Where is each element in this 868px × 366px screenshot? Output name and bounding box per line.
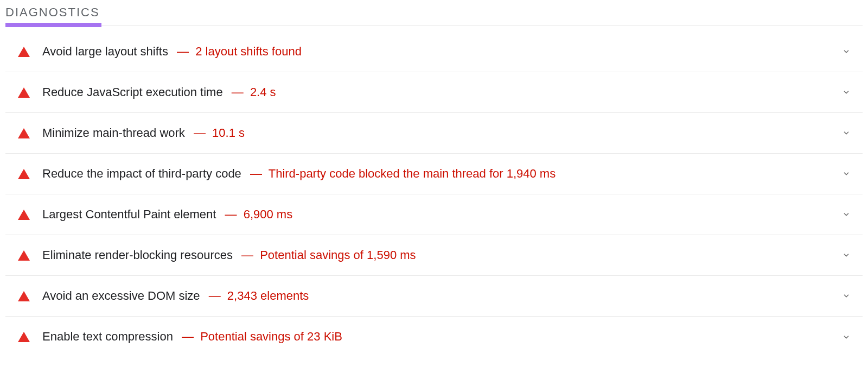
diagnostic-value: 2 layout shifts found (195, 45, 302, 58)
diagnostic-text: Avoid large layout shifts — 2 layout shi… (42, 44, 830, 60)
dash-separator: — (182, 330, 194, 343)
diagnostic-row[interactable]: Enable text compression — Potential savi… (5, 317, 863, 357)
diagnostic-row[interactable]: Avoid an excessive DOM size — 2,343 elem… (5, 276, 863, 317)
expand-toggle[interactable] (830, 292, 863, 300)
diagnostic-title: Avoid an excessive DOM size (42, 289, 200, 302)
diagnostic-value: 2.4 s (250, 85, 276, 99)
diagnostic-value: 2,343 elements (227, 289, 309, 302)
dash-separator: — (241, 248, 253, 262)
warning-triangle-icon (5, 332, 42, 342)
warning-triangle-icon (5, 47, 42, 57)
diagnostic-row[interactable]: Minimize main-thread work — 10.1 s (5, 113, 863, 154)
diagnostic-row[interactable]: Eliminate render-blocking resources — Po… (5, 235, 863, 276)
warning-triangle-icon (5, 128, 42, 138)
diagnostic-row[interactable]: Avoid large layout shifts — 2 layout shi… (5, 31, 863, 72)
chevron-down-icon (843, 211, 850, 218)
diagnostic-text: Largest Contentful Paint element — 6,900… (42, 207, 830, 223)
chevron-down-icon (843, 48, 850, 55)
chevron-down-icon (843, 292, 850, 300)
chevron-down-icon (843, 129, 850, 137)
diagnostic-title: Eliminate render-blocking resources (42, 248, 233, 262)
warning-triangle-icon (5, 210, 42, 220)
diagnostic-value: 6,900 ms (244, 207, 293, 221)
diagnostic-title: Avoid large layout shifts (42, 45, 168, 58)
expand-toggle[interactable] (830, 89, 863, 96)
diagnostic-title: Reduce JavaScript execution time (42, 85, 223, 99)
dash-separator: — (225, 207, 237, 221)
dash-separator: — (194, 126, 206, 140)
warning-triangle-icon (5, 87, 42, 98)
dash-separator: — (232, 85, 244, 99)
dash-separator: — (209, 289, 221, 302)
diagnostic-text: Reduce JavaScript execution time — 2.4 s (42, 85, 830, 100)
diagnostic-title: Reduce the impact of third-party code (42, 167, 241, 180)
header-divider (5, 25, 863, 26)
diagnostics-list: Avoid large layout shifts — 2 layout shi… (5, 31, 863, 357)
diagnostic-text: Avoid an excessive DOM size — 2,343 elem… (42, 288, 830, 304)
chevron-down-icon (843, 333, 850, 341)
expand-toggle[interactable] (830, 333, 863, 341)
chevron-down-icon (843, 251, 850, 259)
diagnostic-title: Largest Contentful Paint element (42, 207, 216, 221)
header-underline (5, 23, 101, 27)
diagnostic-text: Eliminate render-blocking resources — Po… (42, 248, 830, 263)
warning-triangle-icon (5, 291, 42, 301)
diagnostic-title: Enable text compression (42, 330, 173, 343)
warning-triangle-icon (5, 169, 42, 179)
diagnostic-value: Potential savings of 1,590 ms (260, 248, 416, 262)
expand-toggle[interactable] (830, 251, 863, 259)
diagnostic-value: 10.1 s (212, 126, 245, 140)
warning-triangle-icon (5, 250, 42, 261)
diagnostic-text: Minimize main-thread work — 10.1 s (42, 125, 830, 141)
diagnostic-row[interactable]: Reduce JavaScript execution time — 2.4 s (5, 72, 863, 113)
dash-separator: — (177, 45, 189, 58)
diagnostics-header: DIAGNOSTICS (5, 5, 863, 27)
expand-toggle[interactable] (830, 170, 863, 178)
expand-toggle[interactable] (830, 48, 863, 55)
diagnostic-text: Reduce the impact of third-party code — … (42, 166, 830, 182)
chevron-down-icon (843, 170, 850, 178)
diagnostic-row[interactable]: Reduce the impact of third-party code — … (5, 154, 863, 194)
diagnostic-row[interactable]: Largest Contentful Paint element — 6,900… (5, 194, 863, 235)
diagnostics-title: DIAGNOSTICS (5, 5, 863, 23)
dash-separator: — (250, 167, 262, 180)
diagnostic-value: Potential savings of 23 KiB (200, 330, 342, 343)
chevron-down-icon (843, 89, 850, 96)
diagnostic-title: Minimize main-thread work (42, 126, 185, 140)
expand-toggle[interactable] (830, 129, 863, 137)
expand-toggle[interactable] (830, 211, 863, 218)
diagnostic-text: Enable text compression — Potential savi… (42, 329, 830, 345)
diagnostic-value: Third-party code blocked the main thread… (269, 167, 556, 180)
